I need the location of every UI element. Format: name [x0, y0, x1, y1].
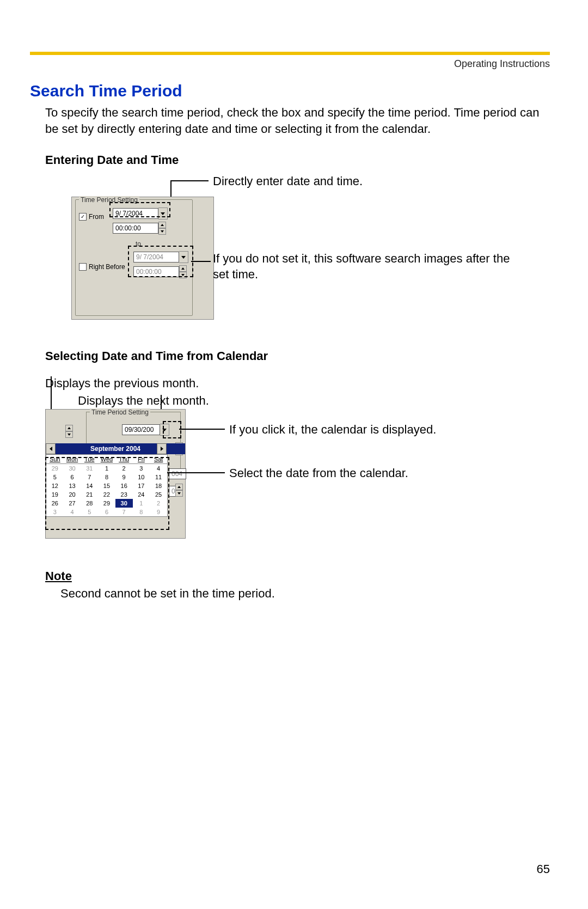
calendar-day[interactable]: 28 [81, 499, 98, 508]
chevron-up-icon [177, 486, 181, 488]
calendar-day[interactable]: 16 [115, 481, 133, 490]
time-period-groupbox: Time Period Setting ✓ From 9/ 7/2004 00:… [75, 199, 193, 316]
calendar-day[interactable]: 23 [115, 490, 133, 499]
chevron-up-icon [161, 224, 164, 226]
chevron-left-icon [50, 447, 52, 451]
from-date-input[interactable]: 9/ 7/2004 [113, 208, 158, 219]
calendar-day[interactable]: 4 [150, 464, 167, 473]
groupbox-label: Time Period Setting [79, 196, 139, 204]
calendar-day[interactable]: 3 [46, 508, 64, 516]
page-number: 65 [537, 862, 550, 876]
bg-date-input[interactable]: 09/30/200 [122, 424, 160, 435]
calendar-day[interactable]: 24 [133, 490, 150, 499]
annotation-click-calendar: If you click it, the calendar is display… [229, 422, 436, 438]
from-checkbox[interactable]: ✓ [79, 213, 87, 221]
calendar-day[interactable]: 9 [115, 473, 133, 481]
chevron-down-icon [181, 256, 186, 259]
chevron-down-icon [161, 230, 164, 233]
bg-spinner[interactable] [65, 425, 73, 438]
calendar-panel: Time Period Setting 09/30/200 Septem [45, 409, 186, 539]
calendar-day[interactable]: 17 [133, 481, 150, 490]
calendar-day[interactable]: 29 [46, 464, 64, 473]
intro-paragraph: To specify the search time period, check… [45, 105, 550, 137]
calendar-day[interactable]: 3 [133, 464, 150, 473]
calendar-day[interactable]: 11 [150, 473, 167, 481]
groupbox-label-bg: Time Period Setting [90, 408, 150, 416]
calendar-next-button[interactable] [157, 443, 167, 454]
calendar-dow: Sun [46, 455, 64, 464]
note-heading: Note [45, 569, 550, 583]
figure-calendar: Time Period Setting 09/30/200 Septem [45, 411, 546, 547]
calendar-dow: Thu [115, 455, 133, 464]
calendar-day[interactable]: 1 [133, 499, 150, 508]
bg-spinner-3[interactable] [175, 484, 183, 497]
calendar-day[interactable]: 29 [98, 499, 115, 508]
to-time-input[interactable]: 00:00:00 [133, 266, 179, 277]
calendar-day[interactable]: 21 [81, 490, 98, 499]
chevron-up-icon [181, 267, 185, 270]
chevron-down-icon [177, 492, 181, 495]
chevron-up-icon [68, 427, 71, 429]
calendar-day[interactable]: 8 [98, 473, 115, 481]
from-label: From [89, 213, 104, 221]
calendar-day[interactable]: 19 [46, 490, 64, 499]
chevron-right-icon [161, 447, 163, 451]
calendar-day[interactable]: 18 [150, 481, 167, 490]
calendar-day[interactable]: 6 [64, 473, 81, 481]
chevron-down-icon [181, 274, 185, 276]
calendar-day[interactable]: 22 [98, 490, 115, 499]
header-label: Operating Instructions [30, 58, 550, 70]
chevron-down-icon [162, 429, 167, 431]
right-before-checkbox[interactable] [79, 263, 87, 271]
annotation-prev-month: Displays the previous month. [45, 376, 550, 391]
calendar-day[interactable]: 30 [115, 499, 133, 508]
calendar-day[interactable]: 30 [64, 464, 81, 473]
from-date-dropdown[interactable] [158, 208, 168, 219]
calendar-day[interactable]: 7 [81, 473, 98, 481]
calendar-dow: Tue [81, 455, 98, 464]
subheading-selecting: Selecting Date and Time from Calendar [45, 349, 550, 363]
header-rule [30, 52, 550, 55]
bg-date2: 004 [169, 468, 186, 479]
subheading-entering: Entering Date and Time [45, 153, 550, 167]
calendar-day[interactable]: 25 [150, 490, 167, 499]
from-time-input[interactable]: 00:00:00 [113, 223, 158, 234]
calendar-day[interactable]: 5 [46, 473, 64, 481]
calendar-day[interactable]: 31 [81, 464, 98, 473]
calendar-day[interactable]: 12 [46, 481, 64, 490]
calendar-prev-button[interactable] [46, 443, 56, 454]
to-date-dropdown[interactable] [179, 251, 188, 263]
calendar-day[interactable]: 14 [81, 481, 98, 490]
to-date-input[interactable]: 9/ 7/2004 [133, 252, 179, 263]
annotation-direct-enter: Directly enter date and time. [213, 174, 363, 190]
calendar-dow: Fri [133, 455, 150, 464]
to-time-spinner[interactable] [179, 265, 187, 278]
note-body: Second cannot be set in the time period. [60, 587, 550, 601]
calendar-day[interactable]: 7 [115, 508, 133, 516]
calendar-dow: Mon [64, 455, 81, 464]
calendar-day[interactable]: 2 [115, 464, 133, 473]
calendar-day[interactable]: 6 [98, 508, 115, 516]
calendar-day[interactable]: 20 [64, 490, 81, 499]
annotation-not-set: If you do not set it, this software sear… [213, 251, 518, 282]
calendar-day[interactable]: 13 [64, 481, 81, 490]
from-time-spinner[interactable] [158, 222, 166, 235]
calendar-day[interactable]: 8 [133, 508, 150, 516]
calendar-day[interactable]: 9 [150, 508, 167, 516]
annotation-next-month: Displays the next month. [78, 394, 550, 408]
calendar-day[interactable]: 4 [64, 508, 81, 516]
calendar-day[interactable]: 26 [46, 499, 64, 508]
chevron-down-icon [161, 212, 165, 215]
figure-time-period-setting: Directly enter date and time. Time Perio… [45, 180, 535, 333]
bg-date-dropdown[interactable] [160, 424, 169, 436]
right-before-label: Right Before [89, 263, 125, 271]
calendar-day[interactable]: 2 [150, 499, 167, 508]
calendar-day[interactable]: 15 [98, 481, 115, 490]
time-period-panel: Time Period Setting ✓ From 9/ 7/2004 00:… [71, 197, 214, 320]
calendar-day[interactable]: 1 [98, 464, 115, 473]
calendar-grid[interactable]: SunMonTueWedThuFriSat2930311234567891011… [46, 454, 168, 517]
calendar-day[interactable]: 5 [81, 508, 98, 516]
calendar-day[interactable]: 27 [64, 499, 81, 508]
calendar-day[interactable]: 10 [133, 473, 150, 481]
calendar-dow: Wed [98, 455, 115, 464]
